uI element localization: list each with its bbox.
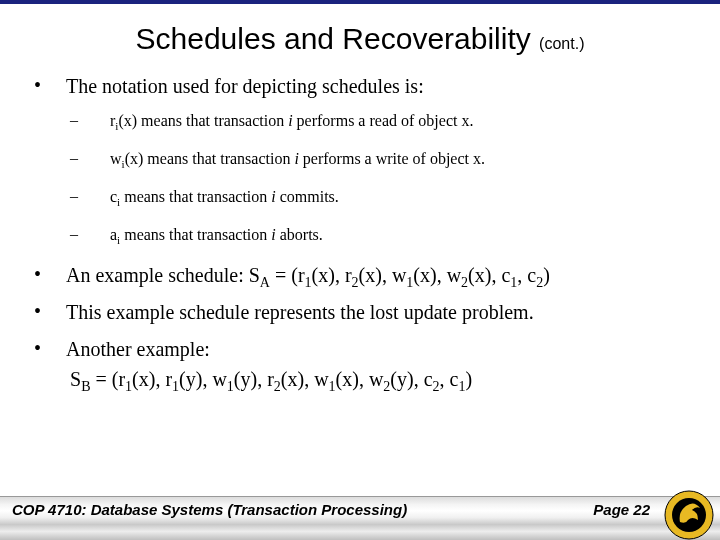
s: 2 [274, 379, 281, 394]
seg: 2 [274, 379, 281, 394]
slide-title: Schedules and Recoverability (cont.) [28, 22, 692, 56]
seg: (x), c [468, 264, 510, 286]
dash-icon: – [70, 111, 110, 131]
bullet-dot: • [28, 300, 66, 325]
sub-read: – ri(x) means that transaction i perform… [70, 111, 692, 131]
seg: (y), c [390, 368, 432, 390]
dash-icon: – [70, 149, 110, 169]
title-main: Schedules and Recoverability [136, 22, 531, 55]
footer-bar: COP 4710: Database Systems (Transaction … [0, 496, 720, 540]
seg: performs a write of object x. [299, 150, 485, 167]
bullet-example-a: • An example schedule: SA = (r1(x), r2(x… [28, 263, 692, 288]
seg: An example schedule: S [66, 264, 260, 286]
sub-abort: – ai means that transaction i aborts. [70, 225, 692, 245]
seg: (x), r [312, 264, 352, 286]
example-a-text: An example schedule: SA = (r1(x), r2(x),… [66, 263, 692, 288]
seg: (x), w [336, 368, 384, 390]
seg: (y), r [234, 368, 274, 390]
seg: aborts. [276, 226, 323, 243]
seg: (x), w [413, 264, 461, 286]
sub-abort-text: ai means that transaction i aborts. [110, 225, 692, 245]
seg: (x) means that transaction [118, 112, 288, 129]
ucf-pegasus-logo-icon [664, 490, 714, 540]
seg: (x), w [359, 264, 407, 286]
seg: commits. [276, 188, 339, 205]
another-text: Another example: [66, 337, 692, 362]
bullet-dot: • [28, 74, 66, 99]
bullet-another: • Another example: [28, 337, 692, 362]
seg: 1 [227, 379, 234, 394]
s: 2 [352, 275, 359, 290]
footer-course: COP 4710: Database Systems (Transaction … [12, 501, 593, 518]
footer-page: Page 22 [593, 501, 650, 518]
seg: 1 [172, 379, 179, 394]
seg: , c [517, 264, 536, 286]
dash-icon: – [70, 187, 110, 207]
seg: (x), w [281, 368, 329, 390]
bullet-lost-update: • This example schedule represents the l… [28, 300, 692, 325]
sub-write: – wi(x) means that transaction i perform… [70, 149, 692, 169]
s: 1 [172, 379, 179, 394]
seg: = (r [270, 264, 305, 286]
sub-write-text: wi(x) means that transaction i performs … [110, 149, 692, 169]
seg: S [70, 368, 81, 390]
sub-read-text: ri(x) means that transaction i performs … [110, 111, 692, 131]
seg: 1 [329, 379, 336, 394]
seg: 1 [305, 275, 312, 290]
example-b-text: SB = (r1(x), r1(y), w1(y), r2(x), w1(x),… [70, 368, 692, 391]
seg: means that transaction [120, 226, 271, 243]
s: 1 [305, 275, 312, 290]
s: 2 [433, 379, 440, 394]
bullet-intro: • The notation used for depicting schedu… [28, 74, 692, 99]
seg: ) [543, 264, 550, 286]
seg: ) [465, 368, 472, 390]
seg: (x), r [132, 368, 172, 390]
sub-commit: – ci means that transaction i commits. [70, 187, 692, 207]
seg: = (r [90, 368, 125, 390]
seg: A [260, 275, 270, 290]
s: 1 [329, 379, 336, 394]
title-cont: (cont.) [539, 35, 584, 52]
seg: 2 [433, 379, 440, 394]
slide-content: • The notation used for depicting schedu… [28, 74, 692, 391]
seg: performs a read of object x. [293, 112, 474, 129]
seg: w [110, 150, 122, 167]
seg: 2 [352, 275, 359, 290]
intro-text: The notation used for depicting schedule… [66, 74, 692, 99]
dash-icon: – [70, 225, 110, 245]
seg: , c [440, 368, 459, 390]
seg: (x) means that transaction [125, 150, 295, 167]
lost-update-text: This example schedule represents the los… [66, 300, 692, 325]
sub-a: A [260, 275, 270, 290]
bullet-dot: • [28, 337, 66, 362]
bullet-dot: • [28, 263, 66, 288]
slide-body: Schedules and Recoverability (cont.) • T… [0, 4, 720, 540]
s: 1 [227, 379, 234, 394]
seg: (y), w [179, 368, 227, 390]
sub-commit-text: ci means that transaction i commits. [110, 187, 692, 207]
seg: means that transaction [120, 188, 271, 205]
